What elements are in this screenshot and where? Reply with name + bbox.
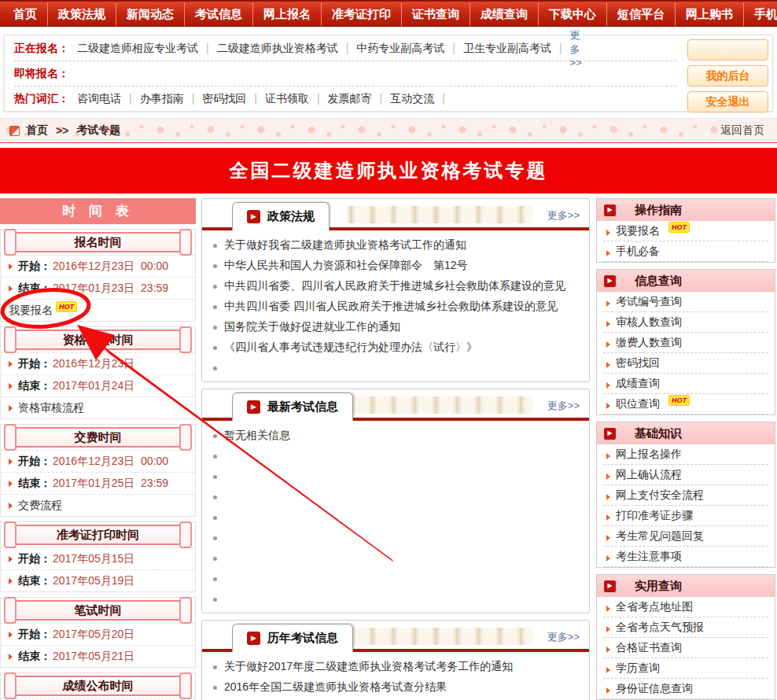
registering-exam-link[interactable]: 二级建造师执业资格考试 [217,42,357,56]
hotword-link[interactable]: 咨询电话 [77,92,140,106]
news-link[interactable]: 关于做好我省二级建造师执业资格考试工作的通知 [213,235,578,256]
nav-item-exam-info[interactable]: 考试信息 [184,2,252,26]
history-more-link[interactable]: 更多>> [547,630,580,644]
news-link[interactable]: 中华人民共和国人力资源和社会保障部令 第12号 [213,256,578,276]
registering-exam-link[interactable]: 二级建造师相应专业考试 [77,42,217,56]
registering-exam-link[interactable]: 中药专业副高考试 [356,42,463,56]
sidebar-item-register[interactable]: 我要报名 HOT [603,221,768,241]
sidebar-item-print-steps[interactable]: 打印准考证步骤 [603,506,768,526]
nav-item-bookstore[interactable]: 网上购书 [675,2,743,26]
header-arrow-icon [604,428,616,440]
review-flow-row: 资格审核流程 [1,396,195,418]
arrow-bullet-icon [606,453,610,459]
latest-more-link[interactable]: 更多>> [547,399,580,413]
nav-item-download[interactable]: 下载中心 [538,2,606,26]
registering-exam-link[interactable]: 卫生专业副高考试 [463,42,570,56]
breadcrumb-current: 考试专题 [76,123,120,138]
section-title: 资格审核时间 [6,330,190,350]
news-link[interactable]: 中共四川省委 四川省人民政府关于推进城乡社会救助体系建设的意见 [213,297,578,317]
sidebar-item-site-map[interactable]: 全省考点地址图 [603,597,768,617]
sidebar-item-password-recovery[interactable]: 密码找回 [603,353,768,374]
nav-item-score-query[interactable]: 成绩查询 [470,2,538,26]
sidebar-item-online-register-guide[interactable]: 网上报名操作 [603,444,768,465]
sidebar-item-education-query[interactable]: 学历查询 [603,658,768,679]
arrow-bullet-icon [606,535,610,541]
policy-more-link[interactable]: 更多>> [547,208,580,223]
timetable-section-score-publish: 成绩公布时间 开始： [0,672,196,700]
nav-item-mobile[interactable]: 手机必备 [743,2,777,26]
arrow-bullet-icon [606,250,610,256]
dot-icon [213,244,217,248]
hotword-link[interactable]: 发票邮寄 [328,92,391,106]
arrow-bullet-icon [9,361,13,367]
timetable-title: 时 间 表 [0,198,196,224]
review-flow-link[interactable]: 资格审核流程 [18,401,84,415]
news-link[interactable]: 2016年全国二级建造师执业资格考试查分结果 [213,677,578,698]
history-exam-info-tab[interactable]: 历年考试信息 [232,624,353,652]
sidebar-item-review-count[interactable]: 审核人数查询 [603,312,768,333]
sidebar-item-score-query[interactable]: 成绩查询 [603,374,768,394]
arrow-bullet-icon [9,459,13,465]
sidebar-item-position-query[interactable]: 职位查询HOT [603,394,768,414]
arrow-bullet-icon [9,556,13,562]
register-now-link[interactable]: 我要报名 [9,304,53,318]
arrow-bullet-icon [9,263,13,270]
latest-exam-info-tab[interactable]: 最新考试信息 [232,392,353,421]
practical-query-box: 实用查询 全省考点地址图 全省考点天气预报 合格证书查询 学历查询 身份证信息查… [596,574,775,700]
hotwords-row: 热门词汇： 咨询电话 办事指南 密码找回 证书领取 发票邮寄 互动交流 [14,87,676,112]
registering-more-link[interactable]: 更多>> [570,28,676,68]
sidebar-item-confirm-flow[interactable]: 网上确认流程 [603,465,768,485]
time-row: 结束： 2017年01月23日 23:59 [1,277,195,299]
hotword-link[interactable]: 证书领取 [265,92,328,106]
nav-item-news[interactable]: 新闻动态 [116,2,184,26]
back-to-home-link[interactable]: 返回首页 [717,123,768,138]
hotwords-label: 热门词汇： [14,92,69,106]
dot-icon [213,305,217,309]
nav-item-admission-print[interactable]: 准考证打印 [321,2,401,26]
arrow-bullet-icon [606,626,610,632]
my-backend-button[interactable]: 我的后台 [687,65,768,87]
sidebar-item-weather[interactable]: 全省考点天气预报 [603,617,768,638]
registration-notice-panel: 正在报名： 二级建造师相应专业考试 二级建造师执业资格考试 中药专业副高考试 卫… [4,35,773,112]
policy-tab[interactable]: 政策法规 [232,202,330,230]
hotword-link[interactable]: 密码找回 [202,92,265,106]
payment-flow-link[interactable]: 交费流程 [18,499,62,513]
payment-flow-row: 交费流程 [1,494,195,516]
sidebar-item-exam-number[interactable]: 考试编号查询 [603,292,768,312]
tab-arrow-icon [247,400,260,414]
sidebar-item-payment-safety[interactable]: 网上支付安全流程 [603,485,768,506]
nav-item-home[interactable]: 首页 [3,2,47,26]
news-link[interactable]: 国务院关于做好促进就业工作的通知 [213,317,578,337]
sidebar-item-notes[interactable]: 考生注意事项 [603,547,768,567]
sidebar-item-faq[interactable]: 考生常见问题回复 [603,526,768,547]
news-link[interactable]: 中共四川省委、四川省人民政府关于推进城乡社会救助体系建设的意见 [213,276,578,297]
nav-item-cert-query[interactable]: 证书查询 [401,2,470,26]
sidebar-item-payment-count[interactable]: 缴费人数查询 [603,333,768,353]
empty-list-row [213,589,578,610]
sidebar-item-id-query[interactable]: 身份证信息查询 [603,679,768,699]
section-title: 成绩公布时间 [6,676,190,696]
basics-box: 基础知识 网上报名操作 网上确认流程 网上支付安全流程 打印准考证步骤 考生常见… [596,422,775,568]
hotword-link[interactable]: 办事指南 [140,92,203,106]
sidebar-item-cert-query[interactable]: 合格证书查询 [603,638,768,658]
breadcrumb-home-link[interactable]: 首页 [26,123,48,138]
hotword-link[interactable]: 互动交流 [390,92,453,106]
nav-item-sms[interactable]: 短信平台 [606,2,675,26]
basics-header: 基础知识 [597,422,775,444]
banner: 全国二级建造师执业资格考试专题 [0,148,777,193]
registering-row: 正在报名： 二级建造师相应专业考试 二级建造师执业资格考试 中药专业副高考试 卫… [14,36,676,61]
dot-icon [213,536,217,540]
dot-icon [213,434,217,438]
news-link[interactable]: 关于做好2017年度二级建造师执业资格考试考务工作的通知 [213,657,578,677]
news-link[interactable]: 《四川省人事考试违规违纪行为处理办法〈试行〉》 [213,337,578,358]
hot-badge: HOT [669,223,689,232]
nav-item-online-register[interactable]: 网上报名 [252,2,321,26]
section-title: 报名时间 [6,232,190,252]
arrow-bullet-icon [606,362,610,368]
time-row: 开始： 2016年12月23日 [1,352,195,374]
safe-logout-button[interactable]: 安全退出 [687,91,768,112]
empty-button[interactable] [687,39,768,61]
sidebar-item-mobile[interactable]: 手机必备 [603,241,768,262]
nav-item-policy[interactable]: 政策法规 [47,2,116,26]
arrow-bullet-icon [9,654,13,660]
